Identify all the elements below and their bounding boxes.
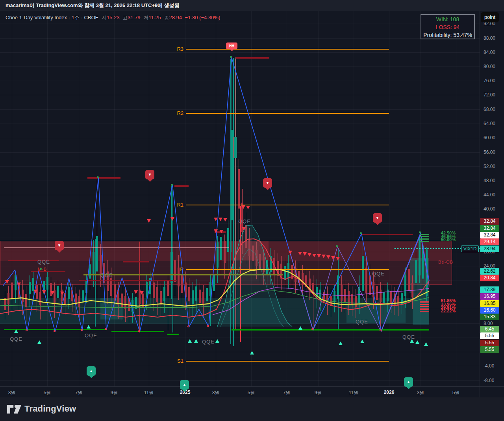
axis-tick-label: 44.00 (484, 192, 503, 198)
month-label: 5월 (452, 390, 460, 396)
candle-body (387, 290, 389, 301)
grid-line-v (456, 11, 456, 386)
candle-wick (189, 278, 189, 326)
close-label: 종 (164, 15, 169, 20)
sell-marker-icon (326, 255, 330, 259)
candle-body (181, 275, 183, 293)
strategy-stats-box: WIN: 108 LOSS: 94 Profitability: 53.47% (421, 14, 475, 39)
grid-line-h (0, 124, 480, 124)
sell-marker-icon (33, 290, 37, 293)
pink-line (4, 247, 229, 248)
candle-body (71, 290, 73, 301)
buy-marker-icon (250, 351, 254, 355)
candle-body (167, 281, 169, 296)
price-label: 16.95 (480, 293, 499, 300)
price-label: 29.14 (480, 238, 499, 245)
axis-tick-label: 72.00 (484, 92, 503, 98)
up-arrow-glyph: ▲ (89, 369, 93, 373)
price-label: 32.84 (480, 225, 499, 232)
grid-line-v (114, 11, 115, 386)
sell-marker-icon (214, 218, 218, 221)
swing-high-dot (230, 56, 232, 58)
candle-body (312, 283, 314, 294)
chart-plot-area[interactable]: R3R2R1PS1▼▼▼▼▲▲▲QQEQQEQQEQQEQQEQQEQQEQQE… (0, 0, 504, 397)
up-arrow-glyph: ▲ (407, 380, 411, 384)
axis-tick-label: 52.00 (484, 164, 503, 169)
price-label: 28.94 (480, 246, 499, 252)
swing-low-dot (207, 325, 209, 327)
candle-body (231, 130, 233, 220)
candle-body (170, 252, 172, 283)
pivot-line (186, 113, 389, 114)
price-label: 5.55 (480, 332, 499, 339)
qqe-label: QQE (37, 259, 50, 265)
point-button[interactable]: point (481, 12, 499, 22)
grid-line-v (216, 11, 216, 386)
candle-body (233, 137, 237, 158)
qqe-label: QQE (238, 218, 251, 224)
be-ob-label: Be-OB (438, 260, 453, 264)
axis-tick-label: 64.00 (484, 121, 503, 126)
supply-demand-zone (100, 298, 123, 319)
fib-pct-stack-red: 51.85%33.96%29.91%22.22% (427, 299, 456, 312)
candle-body (419, 238, 421, 275)
sell-marker-icon (288, 251, 292, 254)
grid-line-h (0, 109, 480, 110)
candle-body (15, 275, 17, 290)
candle-body (202, 292, 204, 305)
candle-wick (380, 282, 381, 331)
month-label: 3월 (417, 390, 424, 396)
candle-body (39, 292, 41, 305)
tradingview-brand-text: TradingView (24, 404, 76, 414)
candle-body (298, 271, 300, 283)
support-segment (232, 329, 429, 331)
axis-tick-label: 56.00 (484, 150, 503, 155)
buy-shield-icon: ▲ (180, 380, 189, 390)
candle-body (348, 291, 350, 304)
candle-body (142, 294, 144, 307)
price-label: 5.55 (480, 340, 499, 346)
month-label: 2026 (384, 390, 395, 395)
candle-body (323, 292, 325, 302)
candle-body (337, 275, 339, 299)
swing-low-dot (380, 329, 382, 331)
candle-body (25, 294, 27, 307)
buy-marker-icon (37, 340, 41, 344)
support-segment (111, 331, 164, 332)
pivot-label: S1 (173, 358, 183, 364)
olive-segment (83, 274, 283, 275)
candle-body (238, 169, 240, 209)
sell-marker-icon (317, 254, 321, 258)
sell-marker-icon (322, 255, 326, 258)
candle-body (206, 288, 208, 301)
price-label: 16.60 (480, 307, 499, 314)
swing-low-dot (187, 325, 189, 327)
symbol-legend[interactable]: Cboe 1-Day Volatility Index · 1주 · CBOE … (6, 14, 222, 21)
pivot-label: P (173, 266, 183, 272)
candle-body (309, 279, 311, 290)
candle-body (199, 290, 201, 303)
buy-marker-icon (188, 339, 192, 343)
candle-body (217, 242, 219, 268)
pivot-line (186, 205, 389, 205)
buy-marker-icon (215, 339, 219, 343)
pct-label: 22.22% (427, 309, 456, 313)
vertical-line (95, 239, 96, 327)
buy-marker-icon (415, 340, 419, 344)
candle-body (415, 260, 417, 283)
swing-high-dot (419, 231, 421, 233)
candle-body (319, 290, 321, 300)
profitability: Profitability: 53.47% (421, 31, 474, 39)
candle-body (372, 282, 374, 297)
vix1d-badge: VIX1D (461, 246, 479, 252)
pivot-label: R3 (173, 46, 183, 52)
resistance-segment (362, 234, 413, 235)
candle-body (224, 241, 226, 263)
sell-marker-icon (303, 252, 307, 256)
sell-marker-icon (241, 205, 245, 209)
candle-body (358, 287, 360, 303)
change-value: −1.30 (−4.30%) (185, 15, 220, 20)
low-label: 저 (143, 15, 148, 20)
candle-body (302, 273, 304, 285)
swing-low-dot (138, 330, 140, 332)
